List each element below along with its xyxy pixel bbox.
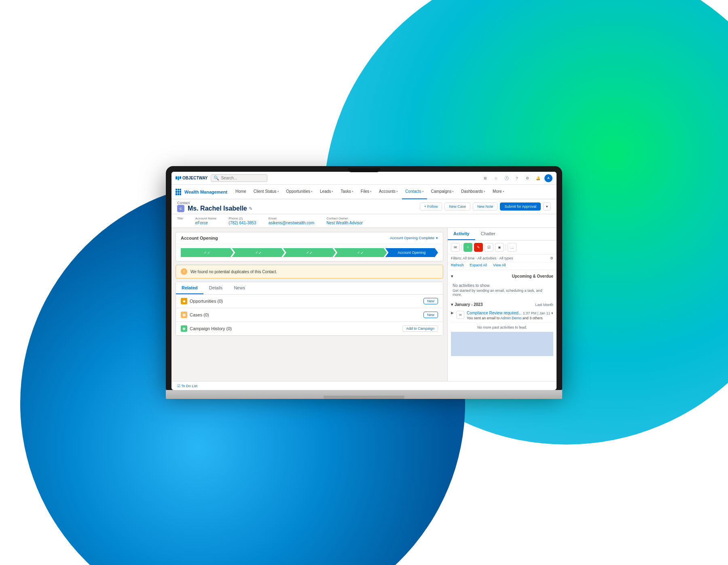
january-section-header: ▾ January - 2023 Last Month	[451, 300, 553, 308]
view-all-link[interactable]: View All	[493, 263, 506, 268]
step-5[interactable]: Account Opening	[385, 248, 438, 257]
edit-icon[interactable]: ✎	[249, 206, 252, 211]
topbar-icons: ⊞ ☆ 🕐 ? ⚙ 🔔 A	[481, 174, 552, 182]
activity-content: ▾ Upcoming & Overdue No activities to sh…	[448, 270, 557, 381]
no-activities-text: No activities to show. Get started by se…	[451, 280, 553, 300]
item-expand-icon[interactable]: ▾	[551, 311, 553, 315]
nav-contacts[interactable]: Contacts ▾	[402, 185, 427, 199]
event-activity-btn[interactable]: ◙	[495, 243, 504, 252]
breadcrumb-label: Contact	[177, 201, 252, 205]
field-owner-value[interactable]: Nest Wealth Advisor	[326, 221, 363, 225]
activity-item-link[interactable]: Admin Demo	[500, 316, 521, 320]
opportunities-new-button[interactable]: New	[423, 298, 438, 304]
laptop-device: OBJECTWAY 🔍 ⊞ ☆ 🕐 ? ⚙ 🔔 A	[166, 166, 562, 399]
nav-leads[interactable]: Leads ▾	[317, 185, 336, 199]
new-activity-btn[interactable]: +	[463, 243, 472, 252]
search-input[interactable]	[221, 176, 265, 180]
app-logo: OBJECTWAY	[176, 176, 207, 180]
bell-icon-btn[interactable]: 🔔	[534, 174, 542, 182]
chevron-icon: ▾	[503, 190, 504, 193]
account-opening-header: Account Opening Account Opening Complete…	[176, 232, 443, 244]
gear-icon-btn[interactable]: ⚙	[523, 174, 531, 182]
field-owner: Contact Owner Nest Wealth Advisor	[326, 217, 363, 225]
star-icon-btn[interactable]: ☆	[492, 174, 500, 182]
global-search[interactable]: 🔍	[211, 174, 267, 182]
help-icon-btn[interactable]: ?	[513, 174, 521, 182]
chevron-icon: ▾	[396, 190, 398, 193]
no-more-activities: No more past activities to lead.	[451, 323, 553, 332]
divider-2	[506, 244, 506, 251]
campaign-history-title: ◉ Campaign History (0)	[181, 325, 232, 332]
salesforce-app: OBJECTWAY 🔍 ⊞ ☆ 🕐 ? ⚙ 🔔 A	[171, 172, 557, 390]
activity-item-time: 1:37 PM | Jan 11	[523, 311, 550, 315]
account-opening-steps: ✓ ✓ ✓ ✓ Account Opening	[176, 244, 443, 261]
user-avatar[interactable]: A	[544, 174, 552, 182]
tab-related[interactable]: Related	[176, 282, 203, 294]
nav-tasks[interactable]: Tasks ▾	[337, 185, 357, 199]
expand-all-link[interactable]: Expand All	[470, 263, 487, 268]
nav-files[interactable]: Files ▾	[358, 185, 375, 199]
activity-item-content: Compliance Review required... 1:37 PM | …	[467, 311, 553, 320]
chevron-icon: ▾	[352, 190, 353, 193]
field-title: Title	[177, 217, 183, 225]
follow-button[interactable]: + Follow	[420, 202, 442, 211]
bottom-bar[interactable]: ☑ To Do List	[171, 381, 557, 390]
activity-toolbar: ✉ + ✎ ☑ ◙ …	[448, 240, 557, 255]
laptop-screen: OBJECTWAY 🔍 ⊞ ☆ 🕐 ? ⚙ 🔔 A	[171, 172, 557, 390]
tab-news[interactable]: News	[228, 282, 251, 294]
upcoming-chevron: ▾	[451, 274, 453, 278]
field-title-label: Title	[177, 217, 183, 220]
new-note-button[interactable]: New Note	[473, 202, 498, 211]
step-4: ✓	[334, 248, 387, 257]
dropdown-icon: ▾	[436, 236, 438, 240]
activity-panel: Activity Chatter ✉ + ✎ ☑ ◙ …	[447, 228, 557, 381]
nav-home[interactable]: Home	[232, 185, 250, 199]
app-name: Wealth Management	[184, 190, 227, 194]
upcoming-title: Upcoming & Overdue	[512, 274, 553, 278]
nav-opportunities[interactable]: Opportunities ▾	[283, 185, 316, 199]
expand-icon[interactable]: ▶	[451, 311, 454, 315]
nav-more[interactable]: More ▾	[489, 185, 508, 199]
main-content: Account Opening Account Opening Complete…	[171, 228, 557, 381]
clock-icon-btn[interactable]: 🕐	[502, 174, 510, 182]
field-phone-value[interactable]: (782) 641-3853	[229, 221, 256, 225]
month-chevron: ▾	[451, 302, 453, 307]
add-to-campaign-button[interactable]: Add to Campaign	[402, 325, 438, 332]
nav-client-status[interactable]: Client Status ▾	[250, 185, 282, 199]
email-activity-btn[interactable]: ✉	[451, 243, 460, 252]
nav-campaigns[interactable]: Campaigns ▾	[428, 185, 457, 199]
nav-dashboards[interactable]: Dashboards ▾	[458, 185, 489, 199]
tab-activity[interactable]: Activity	[448, 228, 475, 240]
account-opening-action[interactable]: Account Opening Complete ▾	[390, 236, 438, 240]
activity-item-title[interactable]: Compliance Review required...	[467, 311, 522, 315]
field-account-value[interactable]: eForce	[195, 221, 216, 225]
field-email-value[interactable]: asikens@nestwealth.com	[269, 221, 315, 225]
task-activity-btn[interactable]: ☑	[485, 243, 493, 252]
logo-wave-1	[176, 176, 177, 179]
tab-chatter[interactable]: Chatter	[475, 228, 501, 240]
filters-gear-icon[interactable]: ⚙	[550, 256, 553, 260]
related-tabs: Related Details News	[176, 282, 443, 295]
chevron-icon: ▾	[422, 190, 424, 193]
nav-accounts[interactable]: Accounts ▾	[376, 185, 401, 199]
actions-dropdown-button[interactable]: ▾	[543, 202, 551, 211]
month-label: ▾ January - 2023	[451, 302, 483, 307]
campaign-history-icon: ◉	[181, 325, 187, 332]
more-activity-btn[interactable]: …	[508, 243, 516, 252]
submit-approval-button[interactable]: Submit for Approval	[500, 202, 541, 211]
upcoming-section-header[interactable]: ▾ Upcoming & Overdue	[451, 272, 553, 280]
grid-icon-btn[interactable]: ⊞	[481, 174, 489, 182]
tab-details[interactable]: Details	[203, 282, 229, 294]
nav-grid-icon[interactable]	[176, 189, 182, 195]
log-activity-btn[interactable]: ✎	[474, 243, 483, 252]
field-owner-label: Contact Owner	[326, 217, 363, 220]
duplicate-warning: ! We found no potential duplicates of th…	[176, 265, 443, 278]
contact-fields: Title Account Name eForce Phone (2) (782…	[171, 214, 557, 228]
cases-title: ▣ Cases (0)	[181, 312, 209, 318]
laptop-notch	[348, 168, 380, 172]
field-email: Email asikens@nestwealth.com	[269, 217, 315, 225]
warning-message: We found no potential duplicates of this…	[190, 270, 277, 274]
new-case-button[interactable]: New Case	[444, 202, 470, 211]
refresh-link[interactable]: Refresh	[451, 263, 464, 268]
cases-new-button[interactable]: New	[423, 312, 438, 318]
